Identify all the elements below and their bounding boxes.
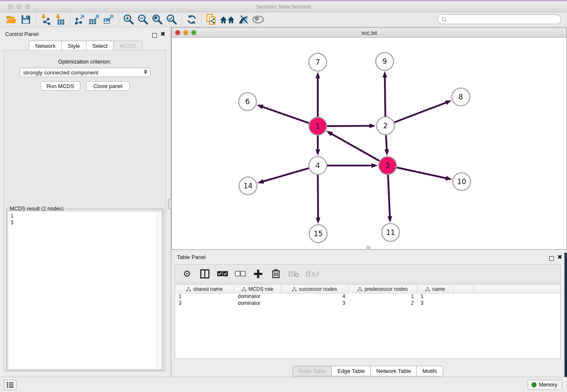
table-row-1[interactable]: 3dominator323 xyxy=(175,300,560,307)
import-table-icon[interactable] xyxy=(53,13,67,26)
import-network-icon[interactable] xyxy=(39,13,53,26)
table-options-icon[interactable]: ⚙ xyxy=(181,268,193,280)
optimization-criterion-select[interactable]: strongly connected component xyxy=(19,68,151,77)
optimization-criterion-value: strongly connected component xyxy=(23,69,98,76)
node-label-6: 6 xyxy=(245,97,250,106)
toolbar-separator xyxy=(182,13,182,26)
control-panel-header: Control Panel ✖ xyxy=(0,29,171,40)
cell[interactable]: dominator xyxy=(234,293,281,300)
titlebar: Session: New Session xyxy=(0,1,567,12)
search-input[interactable] xyxy=(438,14,561,24)
close-panel-icon[interactable]: ✖ xyxy=(160,32,165,36)
edge-1-6[interactable] xyxy=(262,107,309,123)
edge-arrowhead-3-10 xyxy=(446,176,452,181)
cell[interactable]: 3 xyxy=(175,300,234,307)
show-graphics-details-icon[interactable] xyxy=(251,13,265,26)
edge-arrowhead-4-3 xyxy=(372,163,378,168)
mcds-result-group: MCDS result (2 nodes) 1 3 xyxy=(6,209,163,371)
column-header-name[interactable]: name xyxy=(417,285,454,293)
optimization-criterion-label: Optimization criterion: xyxy=(4,58,165,65)
table-row-0[interactable]: 1dominator411 xyxy=(175,293,560,300)
window-title: Session: New Session xyxy=(0,3,567,10)
cell[interactable]: 2 xyxy=(349,300,417,307)
task-history-button[interactable] xyxy=(4,380,17,390)
zoom-selected-icon[interactable] xyxy=(165,13,179,26)
node-label-11: 11 xyxy=(386,228,395,237)
deselect-all-columns-icon[interactable] xyxy=(234,268,246,280)
network-canvas-svg: 7968124314101511 xyxy=(172,38,567,249)
edge-1-2[interactable] xyxy=(327,126,370,126)
float-panel-icon[interactable] xyxy=(152,32,157,39)
edge-arrowhead-1-7 xyxy=(316,72,320,78)
cell[interactable]: 3 xyxy=(417,300,454,307)
edge-3-10[interactable] xyxy=(396,168,446,179)
edge-4-14[interactable] xyxy=(263,168,309,182)
cell[interactable]: 4 xyxy=(281,293,349,300)
network-canvas[interactable]: 7968124314101511 xyxy=(172,38,567,249)
table-toolbar: ⚙ f(x) xyxy=(175,264,561,283)
tab-motifs[interactable]: Motifs xyxy=(417,366,443,376)
edge-3-1[interactable] xyxy=(331,134,379,161)
cell[interactable]: 3 xyxy=(281,300,349,307)
float-table-panel-icon[interactable] xyxy=(549,255,554,262)
column-type-icon xyxy=(425,287,430,292)
cell[interactable]: 1 xyxy=(417,293,454,300)
column-type-icon xyxy=(242,287,246,292)
cell[interactable]: 1 xyxy=(175,293,234,300)
edge-2-8[interactable] xyxy=(394,102,447,122)
edge-2-3[interactable] xyxy=(386,135,387,150)
column-header-shared-name[interactable]: shared name xyxy=(175,285,234,293)
column-type-icon xyxy=(358,287,362,292)
hide-graphics-details-icon[interactable] xyxy=(237,13,251,26)
refresh-icon[interactable] xyxy=(184,13,199,26)
close-table-panel-icon[interactable]: ✖ xyxy=(557,255,562,259)
memory-button[interactable]: Memory xyxy=(528,380,562,390)
column-header-empty xyxy=(454,285,473,293)
first-neighbors-icon[interactable] xyxy=(219,13,237,26)
zoom-out-icon[interactable] xyxy=(136,13,150,26)
result-scrollbar[interactable] xyxy=(157,211,162,369)
control-panel-title: Control Panel xyxy=(5,31,39,37)
toolbar-separator xyxy=(118,13,119,26)
delete-column-icon[interactable] xyxy=(270,268,282,280)
close-panel-button[interactable]: Close panel xyxy=(86,81,130,91)
column-header-successor-nodes[interactable]: successor nodes xyxy=(281,285,349,293)
cell[interactable]: dominator xyxy=(234,300,281,307)
export-table-icon[interactable] xyxy=(87,13,102,26)
export-image-icon[interactable] xyxy=(102,13,116,26)
show-columns-icon[interactable] xyxy=(199,268,211,280)
node-label-14: 14 xyxy=(243,182,253,190)
node-table[interactable]: shared nameMCDS rolesuccessor nodesprede… xyxy=(175,284,561,359)
node-label-7: 7 xyxy=(316,58,320,66)
mcds-result-list[interactable]: 1 3 xyxy=(8,211,162,370)
list-icon xyxy=(6,382,14,388)
memory-status-icon xyxy=(531,382,537,387)
duplicate-network-icon[interactable] xyxy=(204,13,219,26)
toolbar-separator xyxy=(201,13,202,26)
network-window-title: scc.txt xyxy=(172,30,567,36)
network-view-window: ✕ − + scc.txt 7968124314101511 xyxy=(171,28,567,250)
mcds-tab-panel: Optimization criterion: strongly connect… xyxy=(3,50,166,372)
export-network-icon[interactable] xyxy=(73,13,87,26)
column-header-MCDS-role[interactable]: MCDS role xyxy=(234,285,281,293)
column-header-predecessor-nodes[interactable]: predecessor nodes xyxy=(349,285,417,293)
open-file-icon[interactable] xyxy=(4,13,19,26)
canvas-scroll-grip[interactable] xyxy=(366,246,370,249)
edge-3-11[interactable] xyxy=(388,175,390,217)
edge-arrowhead-3-1 xyxy=(326,131,333,136)
edge-arrowhead-2-3 xyxy=(384,149,389,156)
select-all-columns-icon[interactable] xyxy=(217,268,228,280)
edge-2-9[interactable] xyxy=(385,77,385,116)
node-table-header-row: shared nameMCDS rolesuccessor nodesprede… xyxy=(175,285,560,293)
memory-label: Memory xyxy=(539,382,557,388)
save-session-icon[interactable] xyxy=(19,13,33,26)
cell[interactable]: 1 xyxy=(349,293,417,300)
run-mcds-button[interactable]: Run MCDS xyxy=(40,81,80,91)
edge-4-15[interactable] xyxy=(318,175,318,218)
zoom-fit-icon[interactable] xyxy=(150,13,165,26)
tab-edge-table[interactable]: Edge Table xyxy=(332,366,371,376)
add-column-icon[interactable] xyxy=(252,268,264,280)
zoom-in-icon[interactable] xyxy=(121,13,136,26)
tab-network-table[interactable]: Network Table xyxy=(371,366,417,376)
tab-node-table[interactable]: Node Table xyxy=(292,366,332,376)
